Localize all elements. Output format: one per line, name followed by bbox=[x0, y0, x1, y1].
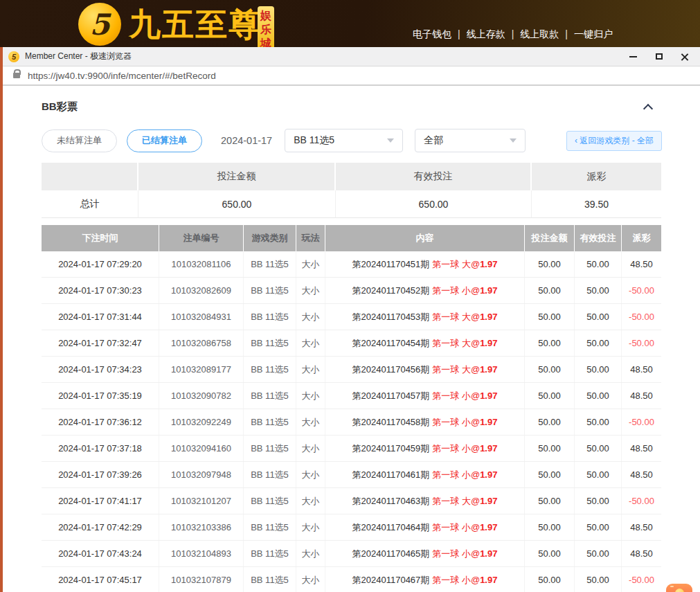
bet-game: BB 11选5 bbox=[244, 278, 296, 303]
nav-onekey-link[interactable]: 一键归户 bbox=[574, 28, 613, 39]
bet-id: 101032107879 bbox=[159, 567, 244, 592]
bet-play: 大小 bbox=[296, 278, 325, 303]
bet-odds: 1.97 bbox=[480, 443, 497, 454]
bet-amount: 50.00 bbox=[525, 462, 575, 487]
close-button[interactable] bbox=[672, 47, 697, 66]
bet-id: 101032101207 bbox=[159, 488, 244, 514]
bet-content: 第202401170458期第一球 小@1.97 bbox=[325, 409, 525, 435]
bet-period: 第202401170458期 bbox=[352, 416, 430, 429]
settled-tab[interactable]: 已结算注单 bbox=[127, 129, 202, 152]
nav-ewallet-link[interactable]: 电子钱包 bbox=[413, 28, 451, 39]
bet-payout: -50.00 bbox=[622, 567, 661, 592]
col-bet-id: 注单编号 bbox=[159, 225, 244, 251]
summary-bet-amount: 650.00 bbox=[138, 190, 336, 218]
bet-play: 大小 bbox=[296, 383, 325, 409]
table-row: 2024-01-17 07:34:23 101032089177 BB 11选5… bbox=[42, 357, 661, 383]
bet-payout: -50.00 bbox=[622, 304, 661, 330]
bet-period: 第202401170454期 bbox=[352, 337, 430, 350]
back-to-category-button[interactable]: ‹ 返回游戏类别 - 全部 bbox=[566, 131, 662, 151]
bet-id: 101032097948 bbox=[159, 462, 244, 487]
bet-play: 大小 bbox=[296, 330, 325, 356]
bet-payout: 48.50 bbox=[622, 383, 661, 409]
browser-urlbar[interactable]: https://jw40.tv:9900/infe/mcenter/#/betR… bbox=[0, 66, 700, 86]
bet-game: BB 11选5 bbox=[244, 357, 296, 382]
summary-header-empty bbox=[42, 163, 138, 190]
bet-odds: 1.97 bbox=[480, 469, 497, 480]
bet-payout: 48.50 bbox=[622, 357, 661, 382]
bet-id: 101032084931 bbox=[159, 304, 244, 330]
bet-content: 第202401170454期第一球 大@1.97 bbox=[325, 330, 525, 356]
bet-odds: 1.97 bbox=[480, 312, 497, 322]
bet-period: 第202401170463期 bbox=[352, 495, 430, 508]
bet-amount: 50.00 bbox=[525, 251, 575, 277]
screen: 5 九五至尊 娱乐城 电子钱包|线上存款|线上取款|一键归户 5 Member … bbox=[0, 0, 700, 592]
lock-icon bbox=[13, 73, 20, 78]
bet-play: 大小 bbox=[296, 251, 325, 277]
bet-period: 第202401170465期 bbox=[352, 548, 430, 560]
type-select[interactable]: 全部 bbox=[415, 129, 526, 152]
brand-title: 九五至尊 bbox=[129, 3, 262, 46]
filter-bar: 未结算注单 已结算注单 2024-01-17 BB 11选5 全部 ‹ 返回游戏… bbox=[42, 129, 662, 152]
bet-period: 第202401170457期 bbox=[352, 390, 430, 402]
table-row: 2024-01-17 07:31:44 101032084931 BB 11选5… bbox=[42, 304, 661, 330]
date-picker-value[interactable]: 2024-01-17 bbox=[221, 135, 272, 146]
unsettled-tab[interactable]: 未结算注单 bbox=[42, 129, 117, 152]
sparkle-icon bbox=[670, 586, 674, 587]
gold-coin-icon bbox=[675, 589, 684, 592]
table-row: 2024-01-17 07:37:18 101032094160 BB 11选5… bbox=[42, 436, 661, 462]
red-packet-coin-icon[interactable] bbox=[666, 584, 692, 592]
bet-play: 大小 bbox=[296, 357, 325, 382]
bet-valid: 50.00 bbox=[575, 567, 622, 592]
window-title: Member Center - 极速浏览器 bbox=[25, 51, 132, 62]
bet-amount: 50.00 bbox=[525, 278, 575, 303]
bet-valid: 50.00 bbox=[575, 383, 622, 409]
bet-game: BB 11选5 bbox=[244, 462, 296, 487]
bet-play: 大小 bbox=[296, 514, 325, 540]
bet-game: BB 11选5 bbox=[244, 251, 296, 277]
bet-amount: 50.00 bbox=[525, 383, 575, 409]
bet-odds: 1.97 bbox=[480, 285, 497, 296]
minimize-button[interactable] bbox=[620, 47, 646, 66]
bet-period: 第202401170451期 bbox=[352, 258, 430, 271]
bet-valid: 50.00 bbox=[575, 357, 622, 382]
chevron-up-icon[interactable] bbox=[643, 103, 653, 113]
bet-content: 第202401170463期第一球 大@1.97 bbox=[325, 488, 525, 514]
bet-payout: -50.00 bbox=[622, 409, 661, 435]
summary-total-label: 总计 bbox=[42, 190, 138, 218]
bet-valid: 50.00 bbox=[575, 409, 622, 435]
bet-game: BB 11选5 bbox=[244, 330, 296, 356]
maximize-icon bbox=[656, 53, 663, 60]
bet-period: 第202401170459期 bbox=[352, 442, 430, 455]
game-select[interactable]: BB 11选5 bbox=[285, 129, 403, 152]
maximize-button[interactable] bbox=[646, 47, 672, 66]
bet-time: 2024-01-17 07:42:29 bbox=[42, 514, 159, 540]
bet-time: 2024-01-17 07:29:20 bbox=[42, 251, 159, 277]
bet-record-table: 下注时间 注单编号 游戏类别 玩法 内容 投注金额 有效投注 派彩 2024-0… bbox=[42, 225, 661, 592]
table-row: 2024-01-17 07:29:20 101032081106 BB 11选5… bbox=[42, 251, 661, 278]
bet-content: 第202401170453期第一球 大@1.97 bbox=[325, 304, 525, 330]
bet-odds: 1.97 bbox=[480, 338, 497, 348]
nav-withdraw-link[interactable]: 线上取款 bbox=[520, 28, 559, 39]
bet-period: 第202401170452期 bbox=[352, 285, 430, 297]
bet-valid: 50.00 bbox=[575, 304, 622, 330]
page-header: BB彩票 bbox=[42, 100, 652, 114]
bet-game: BB 11选5 bbox=[244, 488, 296, 514]
bet-valid: 50.00 bbox=[575, 436, 622, 461]
col-valid-bet: 有效投注 bbox=[575, 225, 622, 251]
url-text[interactable]: https://jw40.tv:9900/infe/mcenter/#/betR… bbox=[28, 71, 216, 81]
nav-deposit-link[interactable]: 线上存款 bbox=[467, 28, 505, 39]
bet-period: 第202401170467期 bbox=[352, 574, 430, 586]
bet-content: 第202401170457期第一球 小@1.97 bbox=[325, 383, 525, 409]
bet-play: 大小 bbox=[296, 304, 325, 330]
bet-odds: 1.97 bbox=[480, 259, 497, 269]
col-content: 内容 bbox=[325, 225, 525, 251]
bet-pick: 第一球 小@ bbox=[432, 574, 480, 586]
bet-play: 大小 bbox=[296, 567, 325, 592]
summary-header-row: 投注金额 有效投注 派彩 bbox=[42, 163, 661, 190]
col-game: 游戏类别 bbox=[244, 225, 296, 251]
bet-amount: 50.00 bbox=[525, 436, 575, 461]
bet-time: 2024-01-17 07:31:44 bbox=[42, 304, 159, 330]
table-row: 2024-01-17 07:42:29 101032103386 BB 11选5… bbox=[42, 514, 661, 541]
table-row: 2024-01-17 07:43:24 101032104893 BB 11选5… bbox=[42, 541, 661, 567]
bet-game: BB 11选5 bbox=[244, 383, 296, 409]
